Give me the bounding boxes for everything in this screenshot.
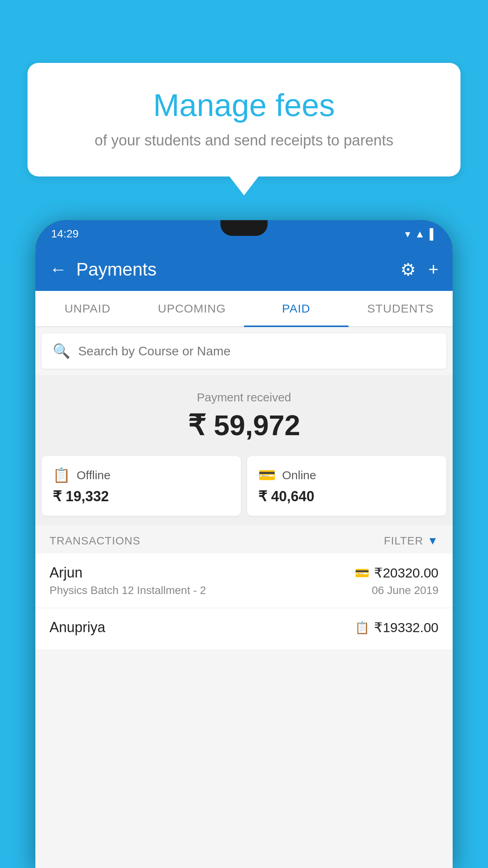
app-header: ← Payments ⚙ +: [35, 248, 453, 291]
tab-paid[interactable]: PAID: [244, 291, 349, 326]
search-input[interactable]: [78, 344, 435, 359]
tab-unpaid[interactable]: UNPAID: [35, 291, 140, 326]
transactions-label: TRANSACTIONS: [50, 535, 140, 547]
offline-icon: 📋: [53, 467, 70, 484]
transaction-name: Anupriya: [50, 619, 105, 636]
transaction-name: Arjun: [50, 565, 83, 581]
status-bar: 14:29 ▾ ▲ ▌: [35, 220, 453, 248]
payment-summary: Payment received ₹ 59,972: [35, 375, 453, 456]
bubble-subtitle: of your students and send receipts to pa…: [51, 132, 437, 149]
transaction-list: Arjun 💳 ₹20320.00 Physics Batch 12 Insta…: [35, 554, 453, 650]
transaction-top: Arjun 💳 ₹20320.00: [50, 565, 438, 581]
offline-label: Offline: [77, 469, 110, 482]
transaction-amount: ₹19332.00: [374, 620, 438, 635]
offline-card: 📋 Offline ₹ 19,332: [42, 456, 241, 516]
offline-payment-icon: 📋: [355, 621, 369, 634]
transactions-header: TRANSACTIONS FILTER ▼: [35, 525, 453, 554]
back-button[interactable]: ←: [50, 259, 67, 279]
battery-icon: ▌: [430, 228, 437, 240]
online-payment-icon: 💳: [355, 566, 369, 580]
table-row[interactable]: Anupriya 📋 ₹19332.00: [35, 608, 453, 650]
app-screen: ← Payments ⚙ + UNPAID UPCOMING PAID STUD…: [35, 248, 453, 868]
settings-button[interactable]: ⚙: [400, 259, 416, 280]
bubble-title: Manage fees: [51, 86, 437, 124]
search-bar[interactable]: 🔍: [42, 333, 446, 369]
tabs-bar: UNPAID UPCOMING PAID STUDENTS: [35, 291, 453, 327]
status-time: 14:29: [51, 228, 79, 240]
transaction-amount: ₹20320.00: [374, 565, 438, 581]
filter-button[interactable]: FILTER ▼: [384, 535, 438, 547]
signal-icon: ▲: [415, 228, 425, 240]
offline-amount: ₹ 19,332: [53, 488, 230, 505]
table-row[interactable]: Arjun 💳 ₹20320.00 Physics Batch 12 Insta…: [35, 554, 453, 608]
payment-received-label: Payment received: [50, 391, 438, 404]
speech-bubble: Manage fees of your students and send re…: [28, 63, 460, 177]
wifi-icon: ▾: [405, 228, 410, 240]
online-label: Online: [282, 469, 316, 482]
online-card-top: 💳 Online: [258, 467, 435, 484]
phone-device: 14:29 ▾ ▲ ▌ ← Payments ⚙ + UNPAID UPCOMI…: [35, 220, 453, 868]
phone-notch: [220, 220, 268, 236]
offline-card-top: 📋 Offline: [53, 467, 230, 484]
transaction-amount-wrap: 📋 ₹19332.00: [355, 620, 438, 635]
transaction-bottom: Physics Batch 12 Installment - 2 06 June…: [50, 584, 438, 597]
payment-cards: 📋 Offline ₹ 19,332 💳 Online ₹ 40,640: [35, 456, 453, 525]
transaction-top: Anupriya 📋 ₹19332.00: [50, 619, 438, 636]
status-icons: ▾ ▲ ▌: [405, 228, 437, 240]
add-button[interactable]: +: [428, 259, 438, 279]
search-icon: 🔍: [53, 343, 70, 359]
header-left: ← Payments: [50, 259, 157, 280]
transaction-amount-wrap: 💳 ₹20320.00: [355, 565, 438, 581]
transaction-course: Physics Batch 12 Installment - 2: [50, 584, 206, 597]
filter-label: FILTER: [384, 535, 423, 547]
online-icon: 💳: [258, 467, 276, 484]
tab-students[interactable]: STUDENTS: [349, 291, 453, 326]
online-amount: ₹ 40,640: [258, 488, 435, 505]
online-card: 💳 Online ₹ 40,640: [247, 456, 446, 516]
tab-upcoming[interactable]: UPCOMING: [140, 291, 244, 326]
header-right: ⚙ +: [400, 259, 438, 280]
payment-total-amount: ₹ 59,972: [50, 409, 438, 442]
transaction-date: 06 June 2019: [372, 584, 438, 597]
header-title: Payments: [76, 259, 157, 280]
filter-icon: ▼: [427, 535, 438, 547]
